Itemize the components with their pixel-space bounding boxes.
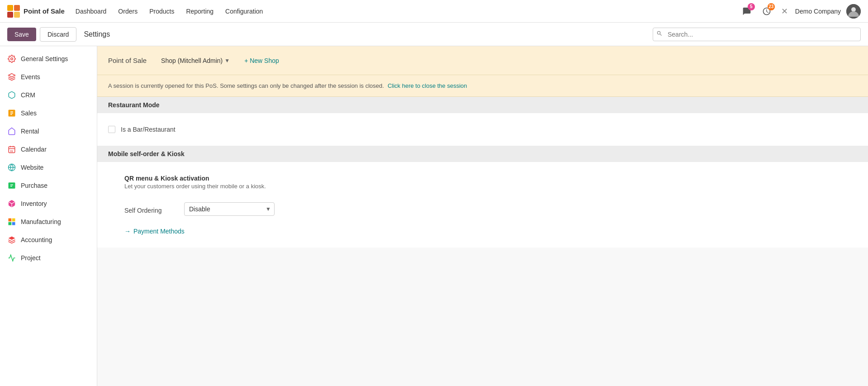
nav-menu: Dashboard Orders Products Reporting Conf… [70,5,738,18]
inventory-icon [7,199,16,208]
payment-methods-label: Payment Methods [133,228,185,235]
sidebar-label-crm: CRM [21,91,35,99]
shop-header-label: Point of Sale [108,57,147,64]
svg-point-6 [11,58,13,60]
svg-rect-18 [9,222,12,225]
svg-point-5 [851,7,856,12]
close-button[interactable]: ✕ [779,5,790,18]
svg-rect-16 [9,219,12,222]
user-avatar[interactable] [846,4,861,19]
kiosk-section-body: QR menu & Kiosk activation Let your cust… [97,162,868,248]
restaurant-mode-body: Is a Bar/Restaurant [97,113,868,146]
sidebar-label-general-settings: General Settings [21,55,68,62]
sidebar-label-manufacturing: Manufacturing [21,218,61,225]
sidebar-item-inventory[interactable]: Inventory [0,195,97,213]
warning-text: A session is currently opened for this P… [108,82,384,89]
page-title: Settings [84,30,110,38]
sidebar-label-purchase: Purchase [21,182,47,189]
svg-rect-2 [7,12,13,18]
self-ordering-select[interactable]: Disable Enable [184,202,275,216]
bar-restaurant-row: Is a Bar/Restaurant [108,122,857,137]
search-input[interactable] [653,28,861,41]
bar-restaurant-label: Is a Bar/Restaurant [121,126,175,133]
nav-dashboard[interactable]: Dashboard [70,5,112,18]
sidebar-item-calendar[interactable]: 31 Calendar [0,140,97,158]
nav-reporting[interactable]: Reporting [180,5,219,18]
chat-button[interactable]: 5 [740,4,754,19]
self-ordering-label: Self Ordering [124,207,179,214]
sidebar-item-crm[interactable]: CRM [0,86,97,104]
sidebar-item-project[interactable]: Project [0,249,97,267]
qr-kiosk-info-row: QR menu & Kiosk activation Let your cust… [124,171,841,193]
shop-header: Point of Sale Shop (Mitchell Admin) ▼ + … [97,46,868,75]
sidebar-item-accounting[interactable]: Accounting [0,231,97,249]
sidebar-item-purchase[interactable]: Purchase [0,176,97,195]
svg-rect-0 [7,5,13,11]
search-icon [656,30,663,38]
svg-rect-19 [12,222,15,225]
pos-logo-icon [7,5,20,18]
svg-rect-17 [12,219,15,222]
nav-products[interactable]: Products [144,5,180,18]
qr-kiosk-desc: Let your customers order using their mob… [124,183,266,190]
search-bar [653,28,861,41]
restaurant-mode-header: Restaurant Mode [97,97,868,113]
sidebar-label-project: Project [21,254,41,262]
close-session-link[interactable]: Click here to close the session [388,82,467,89]
website-icon [7,163,16,172]
svg-rect-1 [14,5,20,11]
save-button[interactable]: Save [7,28,36,41]
kiosk-section-header: Mobile self-order & Kiosk [97,146,868,162]
accounting-icon [7,235,16,244]
app-name: Point of Sale [24,7,65,15]
sidebar-item-manufacturing[interactable]: Manufacturing [0,213,97,231]
nav-logo[interactable]: Point of Sale [7,5,65,18]
sidebar-item-website[interactable]: Website [0,158,97,176]
top-nav: Point of Sale Dashboard Orders Products … [0,0,868,23]
sidebar-item-general-settings[interactable]: General Settings [0,50,97,68]
toolbar: Save Discard Settings [0,23,868,46]
company-name: Demo Company [795,8,841,15]
nav-configuration[interactable]: Configuration [220,5,268,18]
activity-button[interactable]: 23 [759,4,774,19]
calendar-icon: 31 [7,145,16,154]
sidebar-label-website: Website [21,164,43,171]
activity-badge: 23 [768,3,775,10]
shop-selector[interactable]: Shop (Mitchell Admin) ▼ [161,57,230,64]
sidebar-label-sales: Sales [21,110,37,117]
shop-dropdown-arrow-icon: ▼ [224,57,230,64]
sidebar-label-rental: Rental [21,128,39,135]
self-ordering-select-wrap: Disable Enable ▼ [184,202,275,216]
main-content: Point of Sale Shop (Mitchell Admin) ▼ + … [97,46,868,386]
project-icon [7,253,16,262]
nav-orders[interactable]: Orders [113,5,143,18]
sidebar-item-sales[interactable]: Sales [0,104,97,122]
events-icon [7,72,16,81]
qr-kiosk-text: QR menu & Kiosk activation Let your cust… [124,175,266,190]
rental-icon [7,127,16,136]
warning-banner: A session is currently opened for this P… [97,75,868,97]
qr-kiosk-title: QR menu & Kiosk activation [124,175,266,182]
sidebar-item-events[interactable]: Events [0,68,97,86]
new-shop-button[interactable]: + New Shop [244,57,279,64]
restaurant-mode-title: Restaurant Mode [108,101,160,109]
sidebar-label-events: Events [21,73,40,81]
nav-right: 5 23 ✕ Demo Company [740,4,861,19]
crm-icon [7,91,16,100]
purchase-icon [7,181,16,190]
sidebar-label-accounting: Accounting [21,236,52,243]
svg-text:31: 31 [10,150,13,152]
sidebar-item-rental[interactable]: Rental [0,122,97,140]
payment-methods-link[interactable]: → Payment Methods [124,228,185,235]
discard-button[interactable]: Discard [40,27,76,42]
svg-rect-3 [14,12,20,18]
main-layout: General Settings Events CRM Sales [0,46,868,386]
payment-methods-row: → Payment Methods [124,224,841,238]
payment-methods-arrow-icon: → [124,228,131,235]
self-ordering-row: Self Ordering Disable Enable ▼ [124,199,841,219]
manufacturing-icon [7,217,16,226]
svg-rect-14 [9,182,15,189]
sidebar-label-calendar: Calendar [21,146,47,153]
bar-restaurant-checkbox[interactable] [108,126,115,133]
kiosk-section-title: Mobile self-order & Kiosk [108,150,185,157]
